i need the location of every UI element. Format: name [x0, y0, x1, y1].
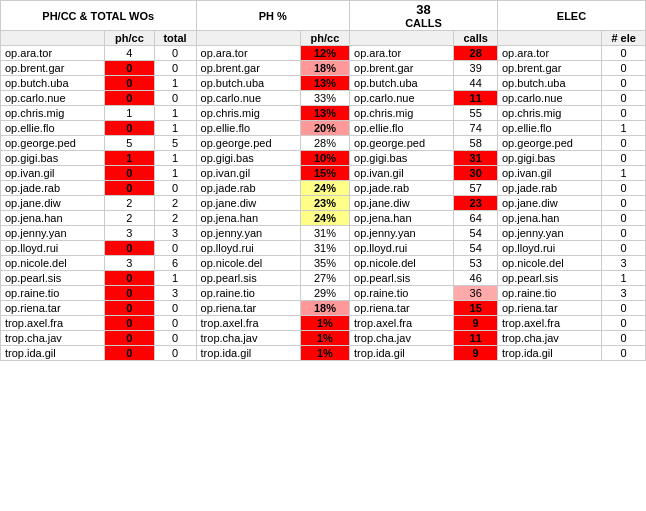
elec-value: 1 [602, 121, 646, 136]
calls-value: 57 [454, 181, 498, 196]
pct-value: 18% [300, 301, 349, 316]
total-value: 1 [154, 271, 196, 286]
elec-row-name: op.ara.tor [497, 46, 601, 61]
calls-row-name: op.jenny.yan [350, 226, 454, 241]
elec-value: 0 [602, 106, 646, 121]
pct-value: 10% [300, 151, 349, 166]
calls-row-name: op.brent.gar [350, 61, 454, 76]
total-value: 1 [154, 106, 196, 121]
pct-value: 24% [300, 211, 349, 226]
elec-row-name: op.brent.gar [497, 61, 601, 76]
calls-row-name: trop.ida.gil [350, 346, 454, 361]
elec-row-name: op.carlo.nue [497, 91, 601, 106]
calls-value: 9 [454, 316, 498, 331]
calls-row-name: trop.cha.jav [350, 331, 454, 346]
elec-value: 0 [602, 91, 646, 106]
calls-label: CALLS [354, 17, 493, 29]
phcc-value: 2 [105, 211, 154, 226]
calls-name-header [350, 31, 454, 46]
elec-row-name: op.jane.diw [497, 196, 601, 211]
ph-row-name: op.chris.mig [196, 106, 300, 121]
total-value: 0 [154, 91, 196, 106]
total-value: 0 [154, 241, 196, 256]
row-name: op.riena.tar [1, 301, 105, 316]
phcc-value: 0 [105, 346, 154, 361]
elec-row-name: op.chris.mig [497, 106, 601, 121]
ph-row-name: trop.axel.fra [196, 316, 300, 331]
calls-row-name: op.jena.han [350, 211, 454, 226]
calls-value: 9 [454, 346, 498, 361]
ph-row-name: op.pearl.sis [196, 271, 300, 286]
phcc-value: 0 [105, 76, 154, 91]
calls-value: 55 [454, 106, 498, 121]
calls-value: 23 [454, 196, 498, 211]
pct-value: 1% [300, 346, 349, 361]
pct-value: 13% [300, 76, 349, 91]
calls-value: 15 [454, 301, 498, 316]
row-name: op.butch.uba [1, 76, 105, 91]
total-value: 1 [154, 166, 196, 181]
total-value: 1 [154, 76, 196, 91]
calls-row-name: op.george.ped [350, 136, 454, 151]
row-name: op.jane.diw [1, 196, 105, 211]
total-value: 0 [154, 316, 196, 331]
total-value: 1 [154, 121, 196, 136]
total-value: 0 [154, 346, 196, 361]
calls-row-name: op.ellie.flo [350, 121, 454, 136]
calls-value: 44 [454, 76, 498, 91]
total-value: 1 [154, 151, 196, 166]
elec-value: 0 [602, 46, 646, 61]
calls-value: 54 [454, 241, 498, 256]
calls-row-name: op.pearl.sis [350, 271, 454, 286]
phcc-value: 0 [105, 271, 154, 286]
ph-row-name: op.butch.uba [196, 76, 300, 91]
calls-row-name: op.riena.tar [350, 301, 454, 316]
calls-row-name: op.chris.mig [350, 106, 454, 121]
elec-value: 0 [602, 76, 646, 91]
phcc-value: 0 [105, 241, 154, 256]
ph-row-name: op.ellie.flo [196, 121, 300, 136]
elec-value: 0 [602, 61, 646, 76]
elec-value: 0 [602, 316, 646, 331]
pct-value: 29% [300, 286, 349, 301]
ph-pct-sub-header: ph/cc [300, 31, 349, 46]
phcc-sub-header: ph/cc [105, 31, 154, 46]
row-name: op.jena.han [1, 211, 105, 226]
ph-row-name: op.jenny.yan [196, 226, 300, 241]
elec-value: 0 [602, 181, 646, 196]
calls-section-header: 38 CALLS [350, 1, 498, 31]
calls-row-name: op.lloyd.rui [350, 241, 454, 256]
total-value: 3 [154, 226, 196, 241]
elec-value: 0 [602, 241, 646, 256]
phcc-value: 3 [105, 256, 154, 271]
ph-name-header [196, 31, 300, 46]
elec-row-name: op.jenny.yan [497, 226, 601, 241]
elec-row-name: op.ivan.gil [497, 166, 601, 181]
calls-row-name: op.butch.uba [350, 76, 454, 91]
calls-value: 54 [454, 226, 498, 241]
elec-value: 3 [602, 286, 646, 301]
calls-row-name: op.raine.tio [350, 286, 454, 301]
elec-value: 0 [602, 211, 646, 226]
ph-row-name: trop.ida.gil [196, 346, 300, 361]
elec-row-name: op.gigi.bas [497, 151, 601, 166]
phcc-value: 0 [105, 316, 154, 331]
row-name: op.gigi.bas [1, 151, 105, 166]
elec-value: 1 [602, 271, 646, 286]
total-value: 0 [154, 331, 196, 346]
pct-value: 18% [300, 61, 349, 76]
total-sub-header: total [154, 31, 196, 46]
elec-row-name: op.nicole.del [497, 256, 601, 271]
calls-value: 11 [454, 331, 498, 346]
ph-row-name: op.ara.tor [196, 46, 300, 61]
total-value: 5 [154, 136, 196, 151]
ph-row-name: op.gigi.bas [196, 151, 300, 166]
calls-row-name: op.ara.tor [350, 46, 454, 61]
elec-sub-header: # ele [602, 31, 646, 46]
calls-row-name: op.gigi.bas [350, 151, 454, 166]
calls-value: 46 [454, 271, 498, 286]
calls-sub-header: calls [454, 31, 498, 46]
row-name: op.ara.tor [1, 46, 105, 61]
pct-value: 15% [300, 166, 349, 181]
total-value: 2 [154, 211, 196, 226]
